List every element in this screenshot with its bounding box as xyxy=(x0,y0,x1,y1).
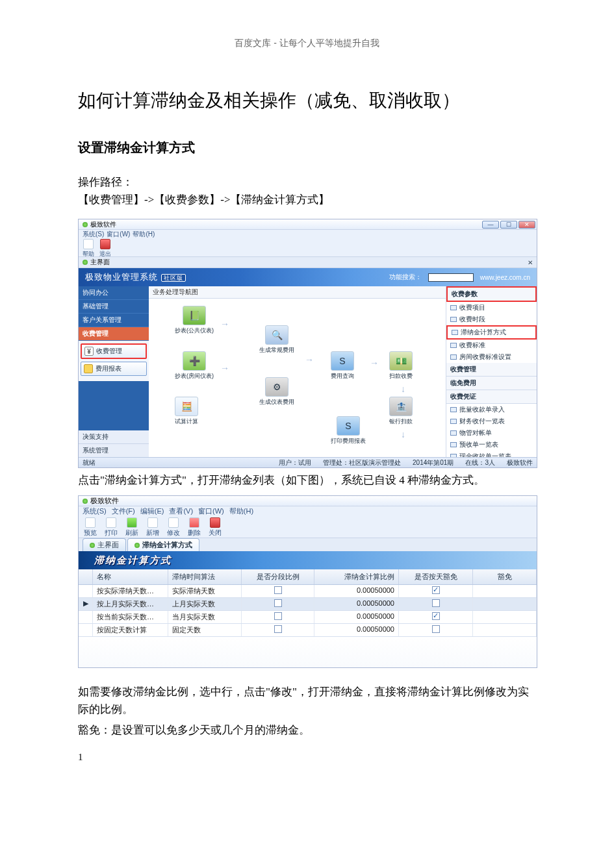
window-titlebar: 极致软件 — ☐ ✕ xyxy=(79,219,537,230)
cell-byday[interactable] xyxy=(399,611,473,623)
toolbar-refresh[interactable]: 刷新 xyxy=(125,517,138,538)
toolbar-add[interactable]: 新增 xyxy=(146,517,159,538)
toolbar-exit[interactable]: 退出 xyxy=(99,239,111,258)
col-ratio[interactable]: 滞纳金计算比例 xyxy=(314,569,399,584)
flow-fee-query[interactable]: S费用查询 xyxy=(331,351,354,380)
list-icon xyxy=(450,430,457,436)
right-item[interactable]: 预收单一览表 xyxy=(446,439,537,451)
nav-collaboration[interactable]: 协同办公 xyxy=(79,286,149,300)
menu-help[interactable]: 帮助(H) xyxy=(229,506,253,516)
flow-collect-fee[interactable]: 💵扫款收费 xyxy=(389,351,413,380)
nav-fee-mgmt-section[interactable]: 收费管理 xyxy=(79,327,149,341)
doc-title: 如何计算滞纳金及相关操作（减免、取消收取） xyxy=(78,88,536,113)
page-header: 百度文库 - 让每个人平等地提升自我 xyxy=(0,0,614,49)
list-icon xyxy=(450,343,457,348)
menu-system[interactable]: 系统(S) xyxy=(83,230,104,239)
menu-view[interactable]: 查看(V) xyxy=(169,506,193,516)
col-algo[interactable]: 滞纳时间算法 xyxy=(168,569,242,584)
list-icon xyxy=(450,305,457,310)
cell-algo: 实际滞纳天数 xyxy=(168,585,242,597)
nav-btn-fee-mgmt[interactable]: ¥收费管理 xyxy=(81,343,147,359)
window-maximize-button[interactable]: ☐ xyxy=(500,221,517,229)
toolbar-preview[interactable]: 预览 xyxy=(84,517,97,538)
toolbar-delete[interactable]: 删除 xyxy=(188,517,201,538)
tab-bar: 主界面 ✕ xyxy=(79,257,537,268)
cell-seg[interactable] xyxy=(242,611,314,623)
right-item[interactable]: 批量收款单录入 xyxy=(446,404,537,415)
cell-seg[interactable] xyxy=(242,585,314,597)
banner-url[interactable]: www.jeez.com.cn xyxy=(480,274,530,281)
right-hdr-voucher[interactable]: 收费凭证 xyxy=(446,390,537,404)
tab-close-icon[interactable]: ✕ xyxy=(528,259,533,266)
flow-gen-meter[interactable]: ⚙生成仪表费用 xyxy=(259,377,294,406)
col-exempt[interactable]: 豁免 xyxy=(473,569,537,584)
grid-header-row: 名称 滞纳时间算法 是否分段比例 滞纳金计算比例 是否按天豁免 豁免 xyxy=(79,569,537,585)
toolbar-close[interactable]: 关闭 xyxy=(209,517,222,538)
flow-bank-collect[interactable]: 🏦银行扫款 xyxy=(389,397,413,426)
tab-late-fee-method[interactable]: 滞纳金计算方式 xyxy=(127,538,199,551)
menu-edit[interactable]: 编辑(E) xyxy=(140,506,164,516)
cell-exempt xyxy=(473,585,537,597)
nav-btn-fee-report[interactable]: 费用报表 xyxy=(81,362,147,376)
right-item[interactable]: 滞纳金计算方式 xyxy=(446,325,537,340)
tab-main[interactable]: 主界面 xyxy=(90,258,110,267)
cell-seg[interactable] xyxy=(242,624,314,636)
flow-meter-public[interactable]: 📗抄表(公共仪表) xyxy=(175,306,214,335)
tab-main[interactable]: 主界面 xyxy=(83,538,126,551)
tab-icon xyxy=(90,543,95,548)
menu-window[interactable]: 窗口(W) xyxy=(107,230,130,239)
app-banner: 极致物业管理系统 社区版 功能搜索： www.jeez.com.cn xyxy=(79,268,537,286)
status-brand: 极致软件 xyxy=(507,458,533,467)
cell-byday[interactable] xyxy=(399,585,473,597)
table-row[interactable]: 按实际滞纳天数…实际滞纳天数0.00050000 xyxy=(79,585,537,598)
app-title: 极致软件 xyxy=(90,496,119,506)
cell-ratio: 0.00050000 xyxy=(314,611,399,623)
nav-crm[interactable]: 客户关系管理 xyxy=(79,314,149,327)
toolbar-help[interactable]: 帮助 xyxy=(83,239,94,258)
path-value: 【收费管理】->【收费参数】->【滞纳金计算方式】 xyxy=(78,192,536,207)
right-item[interactable]: 物管对帐单 xyxy=(446,427,537,439)
table-row[interactable]: 按当前实际天数…当月实际天数0.00050000 xyxy=(79,611,537,624)
cell-name: 按实际滞纳天数… xyxy=(93,585,168,597)
cell-byday[interactable] xyxy=(399,624,473,636)
flow-print-report[interactable]: S打印费用报表 xyxy=(331,416,366,445)
right-hdr-fee-params[interactable]: 收费参数 xyxy=(446,286,537,302)
menu-help[interactable]: 帮助(H) xyxy=(133,230,155,239)
banner-search-input[interactable] xyxy=(428,273,474,282)
flow-trial-calc[interactable]: 🧮试算计算 xyxy=(175,397,198,426)
banner-badge: 社区版 xyxy=(161,274,186,282)
right-hdr-temp-fee[interactable]: 临免费用 xyxy=(446,377,537,390)
right-item[interactable]: 财务收付一览表 xyxy=(446,415,537,427)
window-minimize-button[interactable]: — xyxy=(482,221,499,229)
banner-search-label: 功能搜索： xyxy=(389,273,422,282)
right-panel: 收费参数 收费项目收费时段滞纳金计算方式收费标准房间收费标准设置 收费管理 临免… xyxy=(446,286,537,458)
col-segmented[interactable]: 是否分段比例 xyxy=(242,569,314,584)
flow-gen-regular[interactable]: 🔍生成常规费用 xyxy=(259,325,294,354)
menu-file[interactable]: 文件(F) xyxy=(112,506,135,516)
right-item[interactable]: 收费项目 xyxy=(446,302,537,314)
table-row[interactable]: 按固定天数计算固定天数0.00050000 xyxy=(79,624,537,637)
nav-system-mgmt[interactable]: 系统管理 xyxy=(79,444,149,458)
toolbar: 预览 打印 刷新 新增 修改 删除 关闭 xyxy=(79,516,537,538)
nav-decision[interactable]: 决策支持 xyxy=(79,430,149,444)
menu-window[interactable]: 窗口(W) xyxy=(198,506,224,516)
right-item[interactable]: 收费标准 xyxy=(446,340,537,351)
flow-meter-room[interactable]: ➕抄表(房间仪表) xyxy=(175,351,214,380)
screenshot-main-app: 极致软件 — ☐ ✕ 系统(S) 窗口(W) 帮助(H) 帮助 退出 主界面 ✕… xyxy=(78,219,537,468)
banner-title: 极致物业管理系统 xyxy=(85,272,158,282)
arrow-icon: → xyxy=(220,363,229,373)
right-item[interactable]: 收费时段 xyxy=(446,314,537,325)
cell-byday[interactable] xyxy=(399,598,473,610)
cell-seg[interactable] xyxy=(242,598,314,610)
menu-system[interactable]: 系统(S) xyxy=(83,506,107,516)
right-hdr-fee-mgmt[interactable]: 收费管理 xyxy=(446,363,537,377)
toolbar-edit[interactable]: 修改 xyxy=(167,517,180,538)
right-item[interactable]: 房间收费标准设置 xyxy=(446,351,537,363)
table-row[interactable]: ▶按上月实际天数…上月实际天数0.00050000 xyxy=(79,598,537,611)
col-byday[interactable]: 是否按天豁免 xyxy=(399,569,473,584)
cell-exempt xyxy=(473,598,537,610)
window-close-button[interactable]: ✕ xyxy=(518,221,535,229)
nav-base-mgmt[interactable]: 基础管理 xyxy=(79,300,149,314)
toolbar-print[interactable]: 打印 xyxy=(105,517,118,538)
col-name[interactable]: 名称 xyxy=(93,569,168,584)
